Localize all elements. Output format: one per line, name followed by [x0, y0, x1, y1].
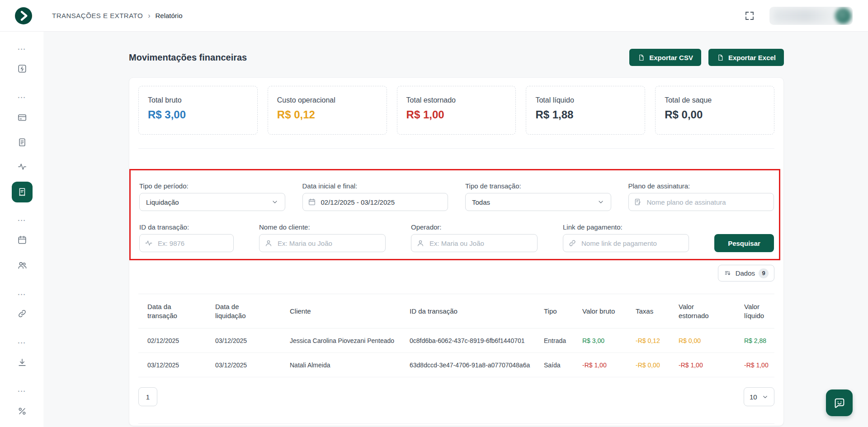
- filter-plano: Plano de assinatura:: [628, 182, 774, 211]
- filter-label: ID da transação:: [139, 223, 234, 231]
- stat-label: Total bruto: [148, 96, 248, 104]
- cell-id-transacao: 0c8fd6ba-6062-437c-8919-6fb6f1440701: [401, 328, 535, 353]
- stat-label: Total de saque: [665, 96, 765, 104]
- file-icon: [637, 54, 645, 61]
- filter-label: Plano de assinatura:: [628, 182, 774, 190]
- pulse-icon: [145, 239, 153, 247]
- stat-label: Custo operacional: [277, 96, 377, 104]
- cell-taxas: -R$ 0,12: [627, 328, 670, 353]
- export-csv-label: Exportar CSV: [649, 54, 693, 61]
- page-1-button[interactable]: 1: [138, 387, 157, 406]
- invoice-icon: [17, 137, 27, 147]
- pesquisar-button[interactable]: Pesquisar: [714, 234, 774, 252]
- export-csv-button[interactable]: Exportar CSV: [629, 49, 701, 66]
- calendar-icon: [17, 235, 27, 245]
- person-icon: [416, 239, 425, 247]
- report-card: Total bruto R$ 3,00 Custo operacional R$…: [129, 77, 784, 426]
- file-icon: [717, 54, 724, 61]
- chevron-down-icon: [271, 198, 278, 206]
- sidebar-item-activity[interactable]: [17, 162, 27, 172]
- filter-data: Data inicial e final:: [302, 182, 448, 211]
- users-icon: [17, 260, 27, 270]
- export-excel-button[interactable]: Exportar Excel: [708, 49, 784, 66]
- stat-total-saque: Total de saque R$ 0,00: [655, 86, 774, 135]
- sidebar-separator: ...: [18, 386, 26, 393]
- cell-cliente: Jessica Carolina Piovezani Penteado: [281, 328, 401, 353]
- plano-assinatura-input[interactable]: [628, 193, 774, 211]
- filter-label: Tipo de período:: [139, 182, 285, 190]
- filter-label: Operador:: [411, 223, 538, 231]
- column-header: Valor bruto: [573, 294, 627, 328]
- id-transacao-input[interactable]: [139, 234, 234, 252]
- user-name-blur: [773, 9, 834, 23]
- cell-tipo: Entrada: [535, 328, 573, 353]
- rows-per-page-value: 10: [750, 393, 757, 401]
- date-range-input[interactable]: [302, 193, 448, 211]
- sidebar-item-transactions-active[interactable]: [12, 182, 33, 202]
- divider: [138, 423, 774, 424]
- stat-total-estornado: Total estornado R$ 1,00: [397, 86, 516, 135]
- stat-custo-operacional: Custo operacional R$ 0,12: [268, 86, 387, 135]
- sidebar-item-quick-actions[interactable]: [17, 64, 27, 74]
- filter-label: Nome do cliente:: [259, 223, 386, 231]
- breadcrumb: TRANSAÇÕES E EXTRATO › Relatório: [52, 12, 183, 20]
- stat-label: Total líquido: [535, 96, 636, 104]
- sidebar-item-invoices[interactable]: [17, 137, 27, 147]
- cell-valor-liquido: -R$ 1,00: [735, 353, 774, 377]
- cell-valor-bruto: -R$ 1,00: [573, 353, 627, 377]
- transactions-table: Data da transação Data de liquidação Cli…: [138, 294, 774, 377]
- sidebar-separator: ...: [18, 215, 26, 222]
- activity-icon: [17, 162, 27, 172]
- stat-value: R$ 3,00: [148, 108, 248, 121]
- tipo-periodo-select[interactable]: Liquidação: [139, 193, 285, 211]
- fullscreen-expand-icon[interactable]: [744, 10, 755, 21]
- table-row: 03/12/2025 03/12/2025 Natali Almeida 63d…: [138, 353, 774, 377]
- sidebar-item-payment-links[interactable]: [17, 309, 27, 319]
- sidebar-item-withdrawals[interactable]: [17, 357, 27, 367]
- dados-button[interactable]: Dados 9: [718, 265, 774, 282]
- filters-section: Tipo de período: Liquidação Data inicial…: [138, 149, 774, 252]
- column-header: Taxas: [627, 294, 670, 328]
- sidebar-separator: ...: [18, 92, 26, 99]
- filter-nome-cliente: Nome do cliente:: [259, 223, 386, 252]
- table-header-row: Data da transação Data de liquidação Cli…: [138, 294, 774, 328]
- percent-icon: [17, 406, 27, 416]
- select-value: Todas: [472, 198, 490, 206]
- cell-valor-estornado: -R$ 1,00: [670, 353, 735, 377]
- select-value: Liquidação: [146, 198, 179, 206]
- operador-input[interactable]: [411, 234, 538, 252]
- chat-fab[interactable]: [826, 389, 853, 416]
- download-icon: [17, 357, 27, 367]
- sidebar-item-calendar[interactable]: [17, 235, 27, 245]
- export-excel-label: Exportar Excel: [728, 54, 776, 61]
- sidebar-item-customers[interactable]: [17, 260, 27, 270]
- main-content: Movimentações financeiras Exportar CSV E…: [45, 32, 868, 427]
- stat-label: Total estornado: [406, 96, 507, 104]
- cell-data-liquidacao: 03/12/2025: [206, 328, 281, 353]
- filter-tipo-transacao: Tipo de transação: Todas: [465, 182, 611, 211]
- breadcrumb-separator: ›: [148, 12, 150, 20]
- tipo-transacao-select[interactable]: Todas: [465, 193, 611, 211]
- page-title: Movimentações financeiras: [129, 52, 247, 63]
- plan-signature-icon: [634, 198, 642, 206]
- rows-per-page-select[interactable]: 10: [744, 387, 774, 406]
- column-header: ID da transação: [401, 294, 535, 328]
- filter-id-transacao: ID da transação:: [139, 223, 234, 252]
- link-pagamento-input[interactable]: [563, 234, 689, 252]
- avatar: [835, 8, 851, 24]
- nome-cliente-input[interactable]: [259, 234, 386, 252]
- sidebar-item-cards[interactable]: [17, 113, 27, 122]
- filter-label: Data inicial e final:: [302, 182, 448, 190]
- sort-icon: [724, 269, 732, 277]
- sidebar-item-fees[interactable]: [17, 406, 27, 416]
- cell-cliente: Natali Almeida: [281, 353, 401, 377]
- breadcrumb-section[interactable]: TRANSAÇÕES E EXTRATO: [52, 12, 143, 19]
- app-logo[interactable]: [15, 7, 32, 24]
- breadcrumb-current: Relatório: [155, 12, 182, 19]
- filter-label: Tipo de transação:: [465, 182, 611, 190]
- link-icon: [568, 239, 576, 247]
- stat-value: R$ 0,12: [277, 108, 377, 121]
- user-profile-blurred[interactable]: [769, 7, 853, 25]
- topbar: TRANSAÇÕES E EXTRATO › Relatório: [0, 0, 868, 32]
- column-header: Data de liquidação: [206, 294, 281, 328]
